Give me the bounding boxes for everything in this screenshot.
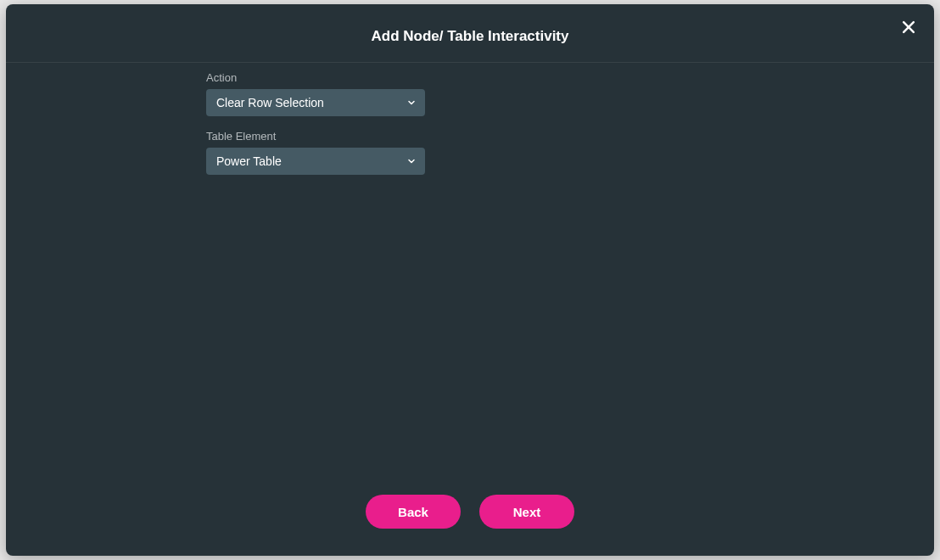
modal-dialog: Add Node/ Table Interactivity Action Cle… <box>6 4 934 556</box>
table-element-field-group: Table Element Power Table <box>206 130 734 175</box>
modal-title: Add Node/ Table Interactivity <box>371 28 568 45</box>
modal-body: Action Clear Row Selection Table Element <box>6 63 934 479</box>
action-select-wrapper: Clear Row Selection <box>206 89 425 116</box>
table-element-select[interactable]: Power Table <box>206 148 425 175</box>
close-icon <box>900 19 917 38</box>
table-element-select-value: Power Table <box>216 154 282 168</box>
modal-footer: Back Next <box>6 479 934 556</box>
table-element-select-wrapper: Power Table <box>206 148 425 175</box>
table-element-label: Table Element <box>206 130 734 143</box>
action-field-group: Action Clear Row Selection <box>206 71 734 116</box>
back-button[interactable]: Back <box>366 495 461 529</box>
close-button[interactable] <box>897 16 920 40</box>
action-select-value: Clear Row Selection <box>216 96 324 109</box>
modal-header: Add Node/ Table Interactivity <box>6 4 934 63</box>
action-label: Action <box>206 71 734 84</box>
next-button[interactable]: Next <box>479 495 574 529</box>
action-select[interactable]: Clear Row Selection <box>206 89 425 116</box>
modal-overlay: Add Node/ Table Interactivity Action Cle… <box>0 0 940 560</box>
